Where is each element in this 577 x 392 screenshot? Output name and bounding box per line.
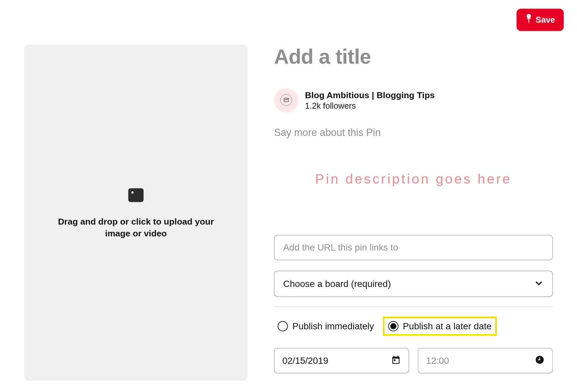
upload-dropzone[interactable]: Drag and drop or click to upload your im…	[24, 45, 248, 381]
radio-label: Publish at a later date	[403, 321, 492, 332]
description-annotation: Pin description goes here	[274, 171, 553, 187]
title-input[interactable]: Add a title	[274, 45, 553, 69]
description-input[interactable]: Say more about this Pin	[274, 127, 553, 139]
profile-info: Blog Ambitious | Blogging Tips 1.2k foll…	[274, 88, 553, 113]
radio-icon	[388, 321, 399, 332]
radio-label: Publish immediately	[292, 321, 374, 332]
date-value: 02/15/2019	[282, 356, 328, 366]
profile-name: Blog Ambitious | Blogging Tips	[305, 90, 435, 100]
save-button-label: Save	[536, 15, 555, 25]
date-input[interactable]: 02/15/2019	[274, 348, 409, 373]
radio-icon	[278, 321, 288, 332]
divider	[274, 307, 553, 307]
board-select-label: Choose a board (required)	[283, 279, 391, 289]
chevron-down-icon	[534, 278, 543, 290]
avatar	[274, 88, 298, 113]
upload-text: Drag and drop or click to upload your im…	[57, 216, 215, 239]
time-input[interactable]: 12:00	[418, 348, 553, 373]
calendar-icon	[391, 355, 401, 367]
svg-point-0	[281, 94, 292, 106]
profile-followers: 1.2k followers	[305, 101, 435, 111]
clock-icon	[535, 355, 544, 367]
publish-later-radio[interactable]: Publish at a later date	[383, 316, 497, 336]
pin-url-input[interactable]	[274, 235, 553, 260]
pin-icon	[525, 14, 532, 26]
save-button[interactable]: Save	[517, 9, 564, 31]
image-icon	[127, 186, 145, 216]
board-select[interactable]: Choose a board (required)	[274, 271, 553, 297]
time-value: 12:00	[426, 356, 449, 366]
publish-immediately-radio[interactable]: Publish immediately	[274, 318, 378, 334]
